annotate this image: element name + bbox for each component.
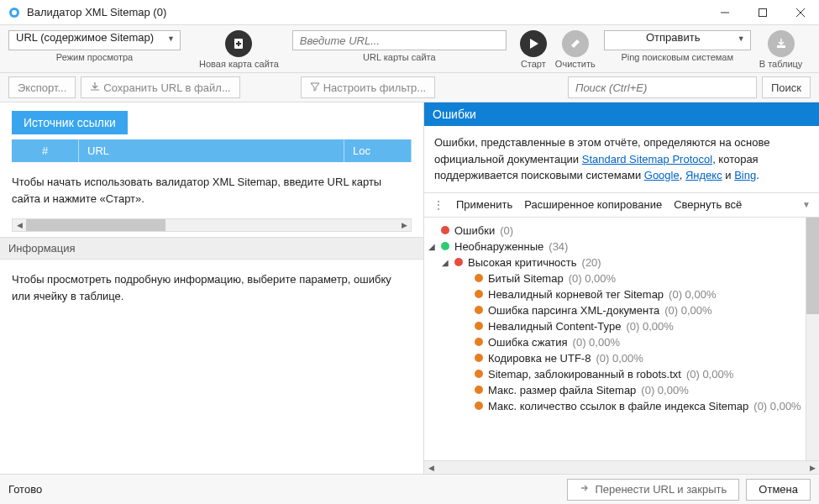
expand-icon[interactable]: ◢ [428,242,436,251]
v-scrollbar[interactable] [806,218,819,461]
send-label: Ping поисковым системам [621,52,733,62]
drag-handle-icon[interactable]: ⋮ [433,198,444,212]
tree-item[interactable]: Sitemap, заблокированный в robots.txt (0… [428,366,802,382]
svg-point-1 [12,10,17,15]
orange-dot-icon [475,306,483,314]
filter-icon [310,81,320,94]
search-input[interactable] [568,76,757,98]
orange-dot-icon [475,274,483,282]
scroll-right-icon[interactable]: ▶ [806,464,819,472]
share-icon [580,483,590,496]
download-icon [90,81,100,94]
collapse-all-action[interactable]: Свернуть всё [674,198,742,211]
close-button[interactable] [781,0,819,25]
window-title: Валидатор XML Sitemap (0) [27,6,706,18]
orange-dot-icon [475,370,483,378]
app-icon [7,5,22,20]
tree-errors[interactable]: Ошибки (0) [428,223,802,239]
secondary-toolbar: Экспорт... Сохранить URL в файл... Настр… [0,73,819,102]
tree-undetected[interactable]: ◢ Необнаруженные (34) [428,239,802,255]
tree-item[interactable]: Невалидный Content-Type (0) 0,00% [428,318,802,334]
tree-item[interactable]: Ошибка парсинга XML-документа (0) 0,00% [428,302,802,318]
link-sitemap-protocol[interactable]: Standard Sitemap Protocol [582,153,712,165]
new-sitemap-button[interactable] [225,30,252,57]
url-input-label: URL карты сайта [363,52,436,62]
col-url[interactable]: URL [79,139,344,162]
filter-button[interactable]: Настроить фильтр... [301,76,435,98]
errors-header: Ошибки [424,102,819,126]
main-toolbar: URL (содержимое Sitemap) Режим просмотра… [0,25,819,73]
right-h-scrollbar[interactable]: ◀ ▶ [424,460,819,474]
table-header: # URL Loc [12,139,412,162]
scroll-right-icon[interactable]: ▶ [397,219,411,231]
save-url-button[interactable]: Сохранить URL в файл... [81,76,239,98]
start-button[interactable] [520,30,547,57]
clear-button[interactable] [562,30,589,57]
tree-item[interactable]: Невалидный корневой тег Sitemap (0) 0,00… [428,286,802,302]
apply-action[interactable]: Применить [456,198,512,211]
footer: Готово Перенести URL и закрыть Отмена [0,474,819,504]
tree-item[interactable]: Макс. размер файла Sitemap (0) 0,00% [428,382,802,398]
col-num[interactable]: # [12,139,79,162]
scroll-thumb[interactable] [26,219,165,231]
svg-rect-10 [777,45,785,48]
scroll-left-icon[interactable]: ◀ [13,219,26,231]
orange-dot-icon [475,354,483,362]
to-table-button[interactable] [768,30,795,57]
link-bing[interactable]: Bing [734,169,756,181]
right-panel: Ошибки Ошибки, представленные в этом отч… [424,102,819,474]
empty-table-message: Чтобы начать использовать валидатор XML … [0,162,423,218]
orange-dot-icon [475,402,483,410]
view-mode-label: Режим просмотра [56,52,133,62]
ext-copy-action[interactable]: Расширенное копирование [524,198,662,211]
clear-label: Очистить [555,59,596,69]
main-area: Источник ссылки # URL Loc Чтобы начать и… [0,102,819,474]
minimize-button[interactable] [706,0,743,25]
svg-marker-9 [530,39,538,49]
tree-item[interactable]: Ошибка сжатия (0) 0,00% [428,334,802,350]
new-sitemap-label: Новая карта сайта [199,59,279,69]
status-text: Готово [8,483,42,496]
col-loc[interactable]: Loc [344,139,412,162]
link-yandex[interactable]: Яндекс [685,169,722,181]
h-scrollbar[interactable]: ◀ ▶ [12,218,412,232]
search-button[interactable]: Поиск [762,76,811,98]
orange-dot-icon [475,322,483,330]
red-dot-icon [454,258,463,266]
titlebar: Валидатор XML Sitemap (0) [0,0,819,25]
info-message: Чтобы просмотреть подробную информацию, … [0,260,423,474]
source-link-tab[interactable]: Источник ссылки [12,111,128,134]
scroll-left-icon[interactable]: ◀ [424,464,438,472]
maximize-button[interactable] [743,0,781,25]
orange-dot-icon [475,290,483,298]
cancel-button[interactable]: Отмена [746,479,811,501]
start-label: Старт [521,59,546,69]
actions-bar: ⋮ Применить Расширенное копирование Свер… [424,192,819,218]
left-panel: Источник ссылки # URL Loc Чтобы начать и… [0,102,424,474]
orange-dot-icon [475,386,483,394]
tree-item[interactable]: Кодировка не UTF-8 (0) 0,00% [428,350,802,366]
tree-item[interactable]: Битый Sitemap (0) 0,00% [428,270,802,286]
tree-item[interactable]: Макс. количество ссылок в файле индекса … [428,398,802,414]
to-table-label: В таблицу [759,59,803,69]
link-google[interactable]: Google [644,169,680,181]
expand-icon[interactable]: ◢ [441,258,449,267]
errors-description: Ошибки, представленные в этом отчёте, оп… [424,126,819,192]
view-mode-select[interactable]: URL (содержимое Sitemap) [8,30,181,50]
transfer-button[interactable]: Перенести URL и закрыть [567,479,739,501]
svg-rect-8 [236,43,241,45]
red-dot-icon [441,226,449,234]
scroll-thumb[interactable] [806,218,819,315]
export-button[interactable]: Экспорт... [8,76,76,98]
chevron-down-icon[interactable]: ▼ [802,200,811,209]
orange-dot-icon [475,338,483,346]
info-header: Информация [0,237,423,260]
green-dot-icon [441,242,449,250]
error-tree: Ошибки (0) ◢ Необнаруженные (34) ◢ Высок… [424,218,806,461]
tree-high-severity[interactable]: ◢ Высокая критичность (20) [428,255,802,270]
send-select[interactable]: Отправить [604,30,751,50]
svg-rect-3 [759,8,766,16]
url-input[interactable] [292,30,507,50]
